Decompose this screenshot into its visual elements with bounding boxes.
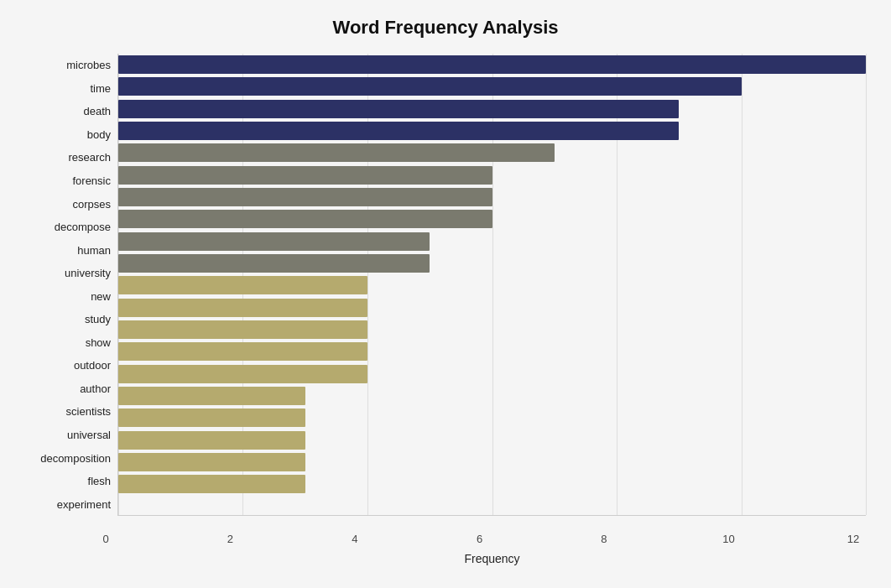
bars-area: 024681012 Frequency bbox=[117, 54, 866, 516]
y-label: human bbox=[77, 238, 111, 262]
bar-row bbox=[118, 297, 866, 319]
bar bbox=[118, 453, 305, 471]
bar bbox=[118, 100, 679, 118]
bar bbox=[118, 475, 305, 493]
bar bbox=[118, 188, 492, 206]
bar bbox=[118, 408, 305, 427]
bar-row bbox=[118, 319, 866, 341]
bar-row bbox=[118, 208, 866, 230]
x-tick: 0 bbox=[93, 533, 118, 545]
bar-row bbox=[118, 54, 866, 75]
bar-row bbox=[118, 98, 866, 120]
bar-row bbox=[118, 164, 866, 186]
y-label: university bbox=[65, 262, 111, 285]
x-axis-label: Frequency bbox=[118, 552, 866, 565]
y-label: time bbox=[90, 77, 111, 101]
bar-row bbox=[118, 231, 866, 252]
y-label: new bbox=[91, 284, 111, 308]
y-axis-labels: microbestimedeathbodyresearchforensiccor… bbox=[25, 54, 117, 516]
x-tick: 8 bbox=[591, 533, 617, 545]
y-label: author bbox=[80, 377, 111, 401]
chart-area: microbestimedeathbodyresearchforensiccor… bbox=[25, 54, 866, 516]
bar bbox=[118, 387, 305, 405]
y-label: universal bbox=[67, 424, 111, 447]
bar bbox=[118, 342, 367, 361]
bar bbox=[118, 55, 866, 74]
y-label: flesh bbox=[88, 470, 111, 493]
bar bbox=[118, 77, 742, 96]
bar-row bbox=[118, 451, 866, 473]
bar bbox=[118, 210, 492, 228]
bar-row bbox=[118, 252, 866, 274]
bar bbox=[118, 143, 555, 162]
bar bbox=[118, 276, 367, 294]
y-label: body bbox=[87, 123, 111, 147]
bar bbox=[118, 365, 367, 383]
bar-row bbox=[118, 473, 866, 495]
y-label: microbes bbox=[66, 54, 111, 77]
bar bbox=[118, 299, 367, 317]
bar-row bbox=[118, 75, 866, 97]
bar-row bbox=[118, 363, 866, 385]
bar-row bbox=[118, 142, 866, 164]
y-label: research bbox=[68, 146, 111, 169]
bar-row bbox=[118, 341, 866, 362]
bar bbox=[118, 320, 367, 339]
bar bbox=[118, 166, 492, 185]
x-tick: 2 bbox=[217, 533, 242, 545]
bar bbox=[118, 254, 430, 273]
y-label: scientists bbox=[66, 400, 111, 424]
bar-row bbox=[118, 120, 866, 142]
bar bbox=[118, 122, 679, 140]
x-tick: 10 bbox=[716, 533, 742, 545]
chart-container: Word Frequency Analysis microbestimedeat… bbox=[0, 0, 891, 588]
y-label: study bbox=[85, 308, 111, 331]
y-label: death bbox=[83, 100, 111, 123]
bar-row bbox=[118, 186, 866, 208]
y-label: forensic bbox=[72, 169, 111, 193]
y-label: show bbox=[86, 331, 111, 355]
bar-row bbox=[118, 274, 866, 296]
y-label: experiment bbox=[57, 492, 111, 516]
bar-row bbox=[118, 429, 866, 451]
x-tick: 4 bbox=[342, 533, 367, 545]
x-tick: 12 bbox=[841, 533, 866, 545]
bar bbox=[118, 431, 305, 450]
y-label: decomposition bbox=[40, 446, 111, 470]
x-tick: 6 bbox=[467, 533, 492, 545]
bar bbox=[118, 232, 430, 251]
chart-title: Word Frequency Analysis bbox=[25, 17, 866, 39]
bar-row bbox=[118, 407, 866, 429]
bar-row bbox=[118, 385, 866, 407]
grid-line bbox=[866, 54, 867, 515]
y-label: corpses bbox=[72, 192, 111, 216]
y-label: outdoor bbox=[74, 354, 111, 377]
y-label: decompose bbox=[55, 216, 111, 239]
